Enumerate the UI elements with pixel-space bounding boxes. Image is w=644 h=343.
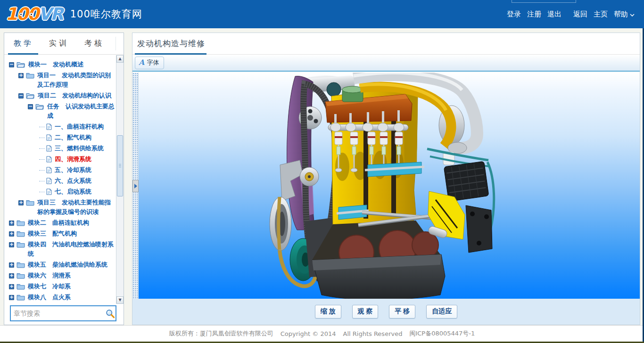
expander-plus-icon[interactable]: + <box>9 231 14 237</box>
font-a-icon: A <box>139 59 144 66</box>
tree-item[interactable]: +项目一 发动机类型的识别及工作原理 <box>4 71 116 90</box>
viewer-toolbar: A 字体 <box>132 55 640 72</box>
tree-item-label: 模块八 点火系 <box>28 293 71 302</box>
expander-plus-icon[interactable]: + <box>9 242 14 247</box>
doc-icon <box>46 145 52 152</box>
tree-connector-line <box>39 159 45 160</box>
tree-item-label: 一、曲柄连杆机构 <box>55 122 104 131</box>
scroll-up-arrow-icon[interactable]: ▲ <box>116 55 124 63</box>
tree-item-label: 三、燃料供给系统 <box>55 144 104 153</box>
scrollbar-thumb[interactable] <box>117 135 123 196</box>
folder-icon <box>17 261 25 268</box>
search-input[interactable] <box>11 310 104 317</box>
logo-vr: VR <box>38 4 63 24</box>
folder-open-icon <box>35 103 44 110</box>
nav-link-home[interactable]: 主页 <box>594 10 608 19</box>
tree-item-label: 模块三 配气机构 <box>28 229 77 238</box>
panel-splitter[interactable] <box>132 73 139 299</box>
collapse-sidebar-button[interactable] <box>132 180 139 192</box>
folder-icon <box>26 72 34 79</box>
tree-item[interactable]: +模块二 曲柄连缸机构 <box>4 218 116 228</box>
footer-text: All Rights Reserved <box>343 330 403 337</box>
expander-minus-icon[interactable]: − <box>28 104 33 109</box>
tree-item[interactable]: −任务 认识发动机主要总成 <box>4 102 116 121</box>
tree-item[interactable]: 七、启动系统 <box>4 187 116 196</box>
tree-item[interactable]: +模块八 点火系 <box>4 293 116 302</box>
nav-link-register[interactable]: 注册 <box>527 10 541 19</box>
tree-item[interactable]: 一、曲柄连杆机构 <box>4 122 116 131</box>
folder-icon <box>17 272 25 279</box>
tree-item[interactable]: +模块三 配气机构 <box>4 229 116 238</box>
tab-training[interactable]: 实 训 <box>49 39 66 49</box>
tree-connector-line <box>39 127 45 127</box>
doc-icon <box>46 123 52 130</box>
sidebar-tabs: 教 学实 训考 核 <box>4 33 124 55</box>
expander-plus-icon[interactable]: + <box>9 262 14 268</box>
header-hover-outline <box>512 0 576 3</box>
footer-text: Copyright © 2014 <box>281 330 336 337</box>
content-tab-title[interactable]: 发动机构造与维修 <box>137 38 205 49</box>
nav-link-label: 主页 <box>594 10 608 19</box>
tree-connector-line <box>39 170 45 171</box>
active-tab-underline <box>8 53 38 55</box>
tree-scrollbar[interactable]: ▲ ▼ <box>116 55 124 304</box>
course-sidebar-panel: 教 学实 训考 核 −模块一 发动机概述+项目一 发动机类型的识别及工作原理−项… <box>4 33 124 325</box>
engine-3d-viewer[interactable] <box>139 73 640 299</box>
tree-item[interactable]: −模块一 发动机概述 <box>4 60 116 69</box>
tree-item-label: 四、润滑系统 <box>55 155 91 164</box>
nav-link-login[interactable]: 登录 <box>507 10 521 19</box>
expander-plus-icon[interactable]: + <box>9 295 14 300</box>
nav-link-back[interactable]: 返回 <box>573 10 587 19</box>
content-tab-underline <box>135 53 206 55</box>
doc-icon <box>46 188 52 195</box>
folder-icon <box>17 241 25 248</box>
tree-item[interactable]: +模块四 汽油机电控燃油喷射系统 <box>4 240 116 259</box>
tree-item-label: 模块二 曲柄连缸机构 <box>28 218 89 228</box>
scroll-down-arrow-icon[interactable]: ▼ <box>116 296 124 304</box>
tab-assessment[interactable]: 考 核 <box>84 39 102 49</box>
zoom-button[interactable]: 缩 放 <box>315 305 341 318</box>
expander-plus-icon[interactable]: + <box>9 284 14 289</box>
pan-button[interactable]: 平 移 <box>389 305 415 318</box>
folder-icon <box>26 199 34 206</box>
tree-item[interactable]: −项目二 发动机结构的认识 <box>4 91 116 100</box>
expander-plus-icon[interactable]: + <box>18 200 24 205</box>
tree-item[interactable]: +模块六 润滑系 <box>4 271 116 280</box>
tree-item-label: 二、配气机构 <box>55 133 91 142</box>
tree-item[interactable]: 四、润滑系统 <box>4 155 116 164</box>
viewer-control-bar: 缩 放观 察平 移自适应 <box>132 299 640 325</box>
expander-minus-icon[interactable]: − <box>18 93 24 98</box>
tree-item[interactable]: 三、燃料供给系统 <box>4 144 116 153</box>
tree-item[interactable]: +模块五 柴油机燃油供给系统 <box>4 260 116 270</box>
nav-link-help[interactable]: 帮助 <box>614 10 635 19</box>
content-panel: 发动机构造与维修 A 字体 <box>132 33 640 325</box>
tree-connector-line <box>39 148 45 149</box>
tree-item-label: 任务 认识发动机主要总成 <box>47 102 116 121</box>
tree-item[interactable]: 六、点火系统 <box>4 176 116 186</box>
expander-plus-icon[interactable]: + <box>9 273 14 278</box>
font-button-label: 字体 <box>147 58 159 67</box>
tree-item-label: 六、点火系统 <box>55 176 91 186</box>
search-icon[interactable] <box>104 309 116 318</box>
tree-item[interactable]: +模块九 发动机总成吊装 <box>4 303 116 304</box>
nav-link-logout[interactable]: 退出 <box>547 10 561 19</box>
font-button[interactable]: A 字体 <box>135 57 164 69</box>
expander-minus-icon[interactable]: − <box>9 62 14 67</box>
expander-plus-icon[interactable]: + <box>9 220 14 226</box>
logo-eye-icon <box>30 13 33 16</box>
tree-item-label: 模块四 汽油机电控燃油喷射系统 <box>28 240 116 259</box>
nav-link-label: 帮助 <box>614 10 628 19</box>
tree-item[interactable]: 二、配气机构 <box>4 133 116 142</box>
tree-item[interactable]: 五、冷却系统 <box>4 165 116 175</box>
folder-icon <box>17 283 25 290</box>
observe-button[interactable]: 观 察 <box>352 305 379 318</box>
tab-teaching[interactable]: 教 学 <box>14 39 31 49</box>
chapter-search-box <box>10 305 116 321</box>
expander-plus-icon[interactable]: + <box>18 73 24 78</box>
nav-link-label: 退出 <box>547 10 561 19</box>
tree-item[interactable]: +模块七 冷却系 <box>4 282 116 291</box>
tree-connector-line <box>39 181 45 181</box>
site-logo[interactable]: 100VR <box>6 6 63 23</box>
fit-button[interactable]: 自适应 <box>426 305 457 318</box>
tree-item[interactable]: +项目三 发动机主要性能指标的掌握及编号的识读 <box>4 198 116 217</box>
